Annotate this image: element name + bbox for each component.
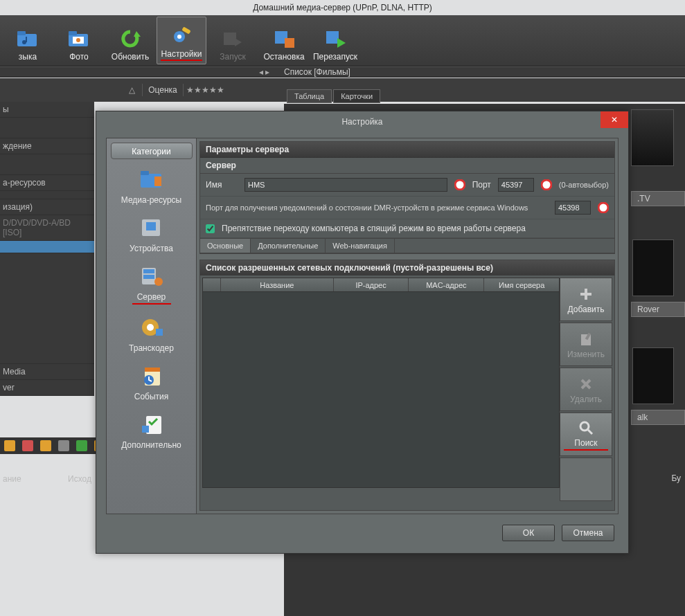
thumbnail[interactable]	[631, 109, 674, 166]
svg-rect-16	[326, 31, 339, 44]
sort-indicator-icon[interactable]: △	[129, 85, 135, 95]
transcoder-icon	[136, 313, 167, 342]
tb-restart[interactable]: Перезапуск	[310, 17, 360, 64]
cat-media-resources[interactable]: Медиа-ресурсы	[107, 165, 196, 205]
tree-item[interactable]: а-ресурсов	[0, 175, 94, 191]
grid-col-name[interactable]: Название	[221, 278, 334, 291]
photo-folder-icon	[66, 26, 92, 52]
port-label: Порт	[472, 180, 491, 190]
server-subtitle: Сервер	[200, 158, 614, 174]
tree-item-selected[interactable]	[0, 241, 94, 253]
thumbnail-caption: .TV	[631, 191, 685, 206]
tb-settings[interactable]: Настройки	[157, 17, 206, 64]
grid-body[interactable]	[203, 292, 559, 487]
svg-rect-29	[156, 329, 163, 336]
cat-devices[interactable]: Устройства	[107, 213, 196, 253]
small-icon[interactable]	[22, 440, 33, 451]
allowed-connections-group: Список разрешенных сетевых подключений (…	[199, 260, 615, 511]
start-icon	[220, 26, 246, 52]
settings-icon	[168, 23, 195, 49]
svg-rect-39	[580, 293, 591, 296]
svg-point-35	[455, 180, 465, 190]
svg-point-7	[76, 38, 80, 42]
cat-server[interactable]: Сервер	[107, 262, 196, 305]
list-side-buttons: Добавить Изменить Удалить Поиск	[560, 278, 612, 488]
help-icon[interactable]	[454, 179, 465, 190]
grid-col-server[interactable]: Имя сервера	[484, 278, 559, 291]
view-tab-cards[interactable]: Карточки	[333, 89, 380, 103]
tab-basic[interactable]: Основные	[200, 239, 251, 253]
tab-advanced[interactable]: Дополнительные	[251, 239, 326, 253]
tb-photo[interactable]: Фото	[54, 17, 104, 64]
btn-delete[interactable]: Удалить	[560, 368, 612, 411]
btn-empty	[560, 458, 612, 501]
tb-start[interactable]: Запуск	[208, 17, 258, 64]
dmr-port-input[interactable]	[555, 201, 591, 215]
view-tab-table[interactable]: Таблица	[287, 89, 332, 103]
grid-col-mac[interactable]: MAC-адрес	[409, 278, 484, 291]
thumbnail[interactable]	[632, 347, 674, 404]
name-label: Имя	[206, 180, 238, 190]
dialog-body: Категории Медиа-ресурсы Устройства Серве…	[106, 138, 619, 514]
category-header: Категории	[111, 143, 193, 159]
rating-column-header[interactable]: Оценка	[142, 84, 184, 96]
cancel-button[interactable]: Отмена	[562, 525, 614, 541]
tree-item[interactable]: Media	[0, 364, 94, 380]
grid-col-ip[interactable]: IP-адрес	[334, 278, 409, 291]
help-icon[interactable]	[541, 179, 552, 190]
svg-point-28	[147, 324, 154, 331]
btn-add[interactable]: Добавить	[560, 278, 612, 321]
small-icon[interactable]	[58, 440, 69, 451]
svg-rect-3	[26, 37, 27, 42]
port-note: (0-автовыбор)	[559, 181, 609, 189]
svg-rect-24	[143, 269, 154, 273]
btn-search[interactable]: Поиск	[560, 413, 612, 456]
cat-transcoder[interactable]: Транскодер	[107, 313, 196, 353]
grid-col-check[interactable]	[203, 278, 221, 291]
tb-stop[interactable]: Остановка	[259, 17, 309, 64]
allowed-list-title: Список разрешенных сетевых подключений (…	[200, 260, 614, 275]
btn-edit[interactable]: Изменить	[560, 323, 612, 366]
tb-refresh[interactable]: Обновить	[105, 17, 155, 64]
dialog-title: Настройка	[341, 117, 382, 127]
tree-item[interactable]: ы	[0, 102, 94, 118]
server-params-group: Параметры сервера Сервер Имя Порт (0-авт…	[199, 141, 615, 254]
tb-music[interactable]: зыка	[3, 17, 53, 64]
restart-icon	[322, 26, 348, 52]
group-title: Параметры сервера	[200, 142, 614, 158]
music-folder-icon	[15, 26, 41, 52]
help-icon[interactable]	[598, 202, 609, 213]
small-icon[interactable]	[4, 440, 15, 451]
svg-line-43	[588, 430, 592, 434]
stop-icon	[271, 26, 297, 52]
svg-point-11	[177, 35, 181, 39]
left-tree-partial: ы ждение а-ресурсов изация) D/DVD/DVD-A/…	[0, 102, 94, 396]
nav-arrows-icon[interactable]: ◂ ▸	[259, 67, 269, 77]
svg-rect-1	[17, 31, 26, 35]
rating-stars-icon: ★★★★★	[186, 85, 224, 95]
prevent-sleep-checkbox[interactable]	[206, 224, 215, 233]
server-tab-bar: Основные Дополнительные Web-навигация	[200, 238, 614, 253]
server-name-input[interactable]	[244, 178, 447, 192]
svg-rect-22	[146, 222, 156, 230]
svg-rect-5	[69, 31, 77, 35]
tree-item[interactable]: ver	[0, 380, 94, 396]
thumbnail[interactable]	[632, 239, 674, 296]
small-icon[interactable]	[76, 440, 87, 451]
category-panel: Категории Медиа-ресурсы Устройства Серве…	[107, 138, 197, 514]
close-icon: ✕	[611, 115, 618, 125]
cat-events[interactable]: События	[107, 361, 196, 401]
tree-item[interactable]: изация)	[0, 199, 94, 215]
dialog-close-button[interactable]: ✕	[601, 111, 628, 128]
tab-webnav[interactable]: Web-навигация	[326, 239, 395, 253]
additional-icon	[136, 410, 167, 439]
tree-item[interactable]: D/DVD/DVD-A/BD [ISO]	[0, 215, 94, 241]
dialog-title-bar: Настройка ✕	[96, 111, 628, 132]
dmr-label: Порт для получения уведомлений о состоян…	[206, 203, 548, 212]
server-port-input[interactable]	[498, 178, 534, 192]
cat-additional[interactable]: Дополнительно	[107, 410, 196, 450]
tree-item[interactable]: ждение	[0, 138, 94, 154]
small-icon[interactable]	[40, 440, 51, 451]
ok-button[interactable]: ОК	[502, 525, 555, 541]
thumbnail-caption: Rover	[631, 302, 685, 317]
